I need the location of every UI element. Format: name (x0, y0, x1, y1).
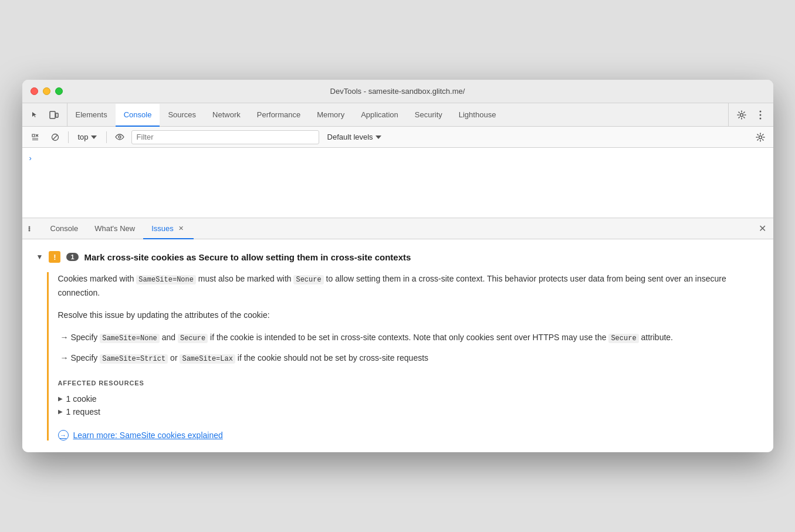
issue-resolve-text: Resolve this issue by updating the attri… (58, 309, 759, 321)
tab-elements[interactable]: Elements (67, 104, 116, 127)
devtools-left-icons (22, 103, 67, 126)
separator-2 (106, 131, 107, 143)
svg-marker-6 (32, 134, 35, 137)
svg-point-16 (28, 228, 30, 229)
devtools-window: DevTools - samesite-sandbox.glitch.me/ E… (22, 80, 773, 452)
resource-cookie[interactable]: ▶ 1 cookie (58, 392, 759, 405)
code-samesite-strict: SameSite=Strict (100, 354, 168, 364)
issue-warning-icon: ! (49, 251, 60, 263)
issue-title: Mark cross-site cookies as Secure to all… (84, 252, 411, 262)
panel-menu-icon[interactable] (22, 218, 42, 239)
device-toolbar-icon[interactable] (46, 107, 62, 123)
issue-bullet-2: → Specify SameSite=Strict or SameSite=La… (58, 351, 759, 365)
svg-point-4 (759, 114, 761, 116)
code-secure-1: Secure (293, 275, 323, 284)
affected-resources-title: AFFECTED RESOURCES (58, 379, 759, 387)
issue-count-badge: 1 (66, 253, 78, 261)
issue-description: Cookies marked with SameSite=None must a… (58, 272, 759, 299)
learn-more-icon: → (58, 430, 69, 440)
filter-input[interactable] (131, 130, 319, 144)
console-prompt-chevron[interactable]: › (29, 154, 32, 162)
clear-console-icon[interactable] (27, 129, 43, 145)
cookie-chevron: ▶ (58, 395, 63, 402)
issues-panel: ▼ ! 1 Mark cross-site cookies as Secure … (22, 239, 773, 452)
request-chevron: ▶ (58, 408, 63, 415)
devtools-right-icons (728, 103, 773, 126)
svg-point-3 (759, 110, 761, 112)
code-secure-3: Secure (608, 334, 638, 343)
traffic-lights (31, 87, 63, 95)
window-title: DevTools - samesite-sandbox.glitch.me/ (330, 87, 465, 96)
more-options-icon[interactable] (752, 107, 769, 123)
eye-icon[interactable] (111, 129, 128, 145)
svg-rect-0 (50, 111, 55, 118)
svg-line-12 (53, 135, 57, 140)
bottom-tab-whats-new[interactable]: What's New (86, 219, 143, 239)
learn-more-link[interactable]: → Learn more: SameSite cookies explained (58, 430, 759, 440)
issue-bullet-1: → Specify SameSite=None and Secure if th… (58, 331, 759, 344)
cursor-icon[interactable] (27, 107, 43, 123)
maximize-button[interactable] (55, 87, 63, 95)
close-button[interactable] (31, 87, 38, 95)
issues-tab-close[interactable]: ✕ (177, 225, 185, 233)
bottom-panel-close-icon[interactable]: ✕ (752, 218, 773, 239)
svg-point-2 (740, 113, 743, 116)
minimize-button[interactable] (43, 87, 50, 95)
tab-network[interactable]: Network (204, 104, 249, 127)
svg-point-13 (119, 136, 121, 138)
resource-request[interactable]: ▶ 1 request (58, 405, 759, 418)
block-icon[interactable] (47, 129, 63, 145)
issue-expand-chevron[interactable]: ▼ (36, 253, 43, 261)
issue-header[interactable]: ▼ ! 1 Mark cross-site cookies as Secure … (36, 251, 759, 263)
console-settings-icon[interactable] (752, 129, 769, 145)
settings-icon[interactable] (733, 107, 750, 123)
tab-lighthouse[interactable]: Lighthouse (451, 104, 505, 127)
bottom-tab-issues[interactable]: Issues ✕ (143, 219, 194, 239)
svg-point-15 (28, 226, 30, 228)
devtools-tab-bar: Elements Console Sources Network Perform… (22, 103, 773, 127)
svg-point-17 (28, 229, 30, 231)
devtools-tab-list: Elements Console Sources Network Perform… (67, 103, 728, 126)
separator (68, 131, 69, 143)
code-samesite-none: SameSite=None (136, 275, 196, 284)
code-samesite-lax: SameSite=Lax (180, 354, 235, 364)
tab-application[interactable]: Application (353, 104, 407, 127)
bottom-panel-tabs: Console What's New Issues ✕ ✕ (22, 218, 773, 239)
code-secure-2: Secure (178, 334, 208, 343)
tab-sources[interactable]: Sources (160, 104, 204, 127)
affected-resources-section: AFFECTED RESOURCES ▶ 1 cookie ▶ 1 reques… (58, 379, 759, 418)
issue-body: Cookies marked with SameSite=None must a… (47, 272, 759, 440)
svg-point-5 (759, 117, 761, 119)
tab-console[interactable]: Console (116, 104, 160, 127)
bottom-tab-console[interactable]: Console (42, 219, 87, 239)
console-toolbar: top Default levels (22, 127, 773, 148)
title-bar: DevTools - samesite-sandbox.glitch.me/ (22, 80, 773, 103)
tab-memory[interactable]: Memory (309, 104, 353, 127)
levels-dropdown[interactable]: Default levels (323, 131, 386, 143)
svg-point-14 (759, 135, 762, 138)
context-selector[interactable]: top (73, 131, 102, 143)
code-samesite-none-2: SameSite=None (100, 334, 160, 343)
console-area: › (22, 148, 773, 218)
tab-performance[interactable]: Performance (249, 104, 309, 127)
svg-rect-1 (56, 113, 58, 117)
tab-security[interactable]: Security (407, 104, 451, 127)
